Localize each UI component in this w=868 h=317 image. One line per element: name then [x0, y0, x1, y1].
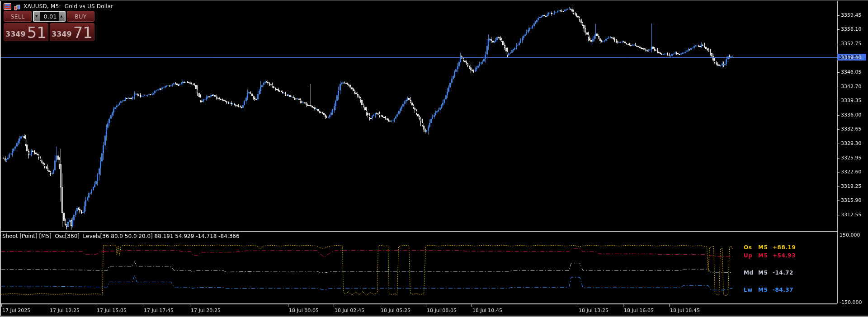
price-label: 3315.90: [841, 197, 862, 203]
time-label: 18 Jul 00:05: [289, 308, 319, 313]
time-label: 18 Jul 13:25: [579, 308, 609, 313]
price-label: 3319.25: [841, 183, 862, 189]
price-tick: [837, 29, 840, 30]
time-tick: [380, 304, 380, 307]
legend-timeframe: M5: [758, 244, 773, 251]
price-axis[interactable]: 3349.55 3359.453356.103352.753349.403346…: [837, 0, 868, 304]
price-tick: [837, 44, 840, 44]
price-tick: [837, 87, 840, 87]
price-tick: [837, 115, 840, 116]
price-label: 3342.70: [841, 84, 862, 89]
time-tick: [578, 304, 578, 307]
price-label: 3336.00: [841, 112, 862, 118]
buy-price-base: 3349: [52, 31, 72, 38]
time-tick: [96, 304, 96, 307]
price-label: 3322.60: [841, 169, 862, 175]
legend-series-name: Md: [744, 270, 758, 276]
time-tick: [288, 304, 288, 307]
buy-price-display[interactable]: 3349 71: [50, 23, 94, 41]
price-label: 3332.65: [841, 126, 862, 132]
time-tick: [49, 304, 49, 307]
chart-title-bar: XAUUSD, M5: Gold vs US Dollar: [4, 3, 113, 10]
legend-value: +54.93: [773, 252, 796, 259]
price-tick: [837, 129, 840, 130]
time-label: 18 Jul 10:45: [472, 308, 502, 313]
time-label: 17 Jul 17:45: [144, 308, 174, 313]
price-label: 3356.10: [841, 26, 862, 32]
time-tick: [472, 304, 472, 307]
time-label: 17 Jul 12:25: [50, 308, 80, 313]
mt5-chart-window: XAUUSD, M5: Gold vs US Dollar SELL ▼ ▲ B…: [0, 0, 868, 317]
chart-title: XAUUSD, M5: Gold vs US Dollar: [24, 3, 113, 9]
price-label: 3352.75: [841, 41, 862, 47]
time-label: 18 Jul 05:25: [381, 308, 410, 313]
sell-price-display[interactable]: 3349 51: [4, 23, 48, 41]
indicator-legend-row: LwM5-84.37: [744, 287, 793, 293]
price-tick: [837, 186, 840, 187]
time-tick: [334, 304, 334, 307]
price-tick: [837, 15, 840, 16]
time-label: 17 Jul 20:25: [191, 308, 221, 313]
chart-candles-icon: [14, 4, 21, 9]
legend-series-name: Os: [744, 244, 758, 251]
volume-increase-button[interactable]: ▲: [59, 12, 65, 21]
sell-price-base: 3349: [5, 31, 26, 38]
volume-decrease-button[interactable]: ▼: [34, 12, 40, 21]
price-label: 3359.45: [841, 12, 862, 18]
time-label: 18 Jul 08:05: [427, 308, 457, 313]
buy-button[interactable]: BUY: [67, 11, 95, 22]
one-click-trading-panel: SELL ▼ ▲ BUY 3349 51 3349 71: [4, 11, 94, 41]
indicator-header: Shoot [Point] [M5] Osc[360] Levels[36 80…: [2, 233, 240, 239]
legend-value: -84.37: [773, 287, 793, 293]
price-tick: [837, 58, 840, 58]
indicator-legend-row: OsM5+88.19: [744, 244, 796, 251]
time-tick: [669, 304, 670, 307]
time-tick: [1, 304, 2, 307]
price-label: 3346.05: [841, 69, 862, 75]
legend-series-name: Lw: [744, 287, 758, 293]
time-label: 18 Jul 16:05: [624, 308, 654, 313]
price-label: 3349.40: [841, 55, 862, 61]
time-tick: [143, 304, 143, 307]
window-left-border: [0, 1, 1, 316]
legend-value: -14.72: [773, 270, 793, 276]
price-label: 3339.35: [841, 98, 862, 103]
sell-price-pips: 51: [27, 26, 47, 40]
time-label: 17 Jul 2025: [2, 308, 30, 313]
price-tick: [837, 101, 840, 101]
price-tick: [837, 200, 840, 201]
legend-timeframe: M5: [758, 252, 773, 259]
volume-input[interactable]: [40, 12, 59, 21]
price-tick: [837, 144, 840, 144]
price-label: 3312.55: [841, 212, 862, 218]
subwindow-separator[interactable]: [0, 231, 837, 232]
time-tick: [190, 304, 190, 307]
time-label: 18 Jul 02:45: [335, 308, 364, 313]
indicator-scale-max: 150.000: [840, 232, 860, 238]
window-top-border: [0, 0, 868, 1]
legend-timeframe: M5: [758, 270, 773, 276]
sell-button[interactable]: SELL: [4, 11, 32, 22]
price-tick: [837, 158, 840, 158]
time-label: 18 Jul 18:45: [670, 308, 700, 313]
time-axis[interactable]: 17 Jul 202517 Jul 12:2517 Jul 15:0517 Ju…: [0, 304, 868, 316]
buy-price-pips: 71: [73, 26, 93, 40]
volume-spinner: ▼ ▲: [33, 11, 66, 22]
indicator-legend-row: MdM5-14.72: [744, 270, 793, 276]
price-label: 3325.95: [841, 155, 862, 161]
price-tick: [837, 172, 840, 172]
legend-value: +88.19: [773, 244, 796, 251]
time-tick: [426, 304, 426, 307]
time-tick: [623, 304, 623, 307]
price-chart-canvas[interactable]: [0, 0, 868, 317]
price-label: 3329.30: [841, 140, 862, 146]
price-tick: [837, 215, 840, 215]
time-label: 17 Jul 15:05: [97, 308, 127, 313]
indicator-legend-row: UpM5+54.93: [744, 252, 796, 259]
legend-series-name: Up: [744, 252, 758, 259]
price-tick: [837, 72, 840, 73]
legend-timeframe: M5: [758, 287, 773, 293]
chart-list-icon: [4, 3, 11, 10]
